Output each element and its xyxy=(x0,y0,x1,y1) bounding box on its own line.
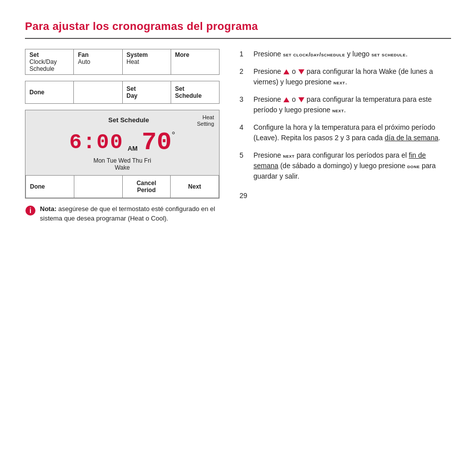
cancel-period-label: CancelPeriod xyxy=(137,180,156,194)
set-schedule-label: Set Schedule xyxy=(60,116,197,127)
set-sched-label1: Set xyxy=(175,85,202,92)
set-day-label1: Set xyxy=(127,85,138,92)
right-column: 1 Presione set clock/day/schedule y lueg… xyxy=(239,49,451,200)
step-num-3: 3 xyxy=(239,94,248,105)
arrow-down-3 xyxy=(298,97,304,102)
menu-clockday-label: Clock/Day xyxy=(29,58,57,65)
degree-symbol: ° xyxy=(172,130,175,141)
dia-semana-link: día de la semana xyxy=(385,134,438,142)
step-1: 1 Presione set clock/day/schedule y lueg… xyxy=(239,49,451,59)
arrow-up-2 xyxy=(283,69,289,74)
page-number: 29 xyxy=(239,192,451,200)
temp-display: 70 xyxy=(142,130,172,155)
step-text-1: Presione set clock/day/schedule y luego … xyxy=(253,49,451,59)
step-num-1: 1 xyxy=(239,49,248,59)
arrow-down-2 xyxy=(298,69,304,74)
title-divider xyxy=(25,38,451,39)
menu-set-label: Set xyxy=(29,51,57,58)
left-column: Set Clock/Day Schedule Fan Auto System H… xyxy=(25,49,220,223)
heat-label: Heat xyxy=(203,114,214,120)
instructions-list: 1 Presione set clock/day/schedule y lueg… xyxy=(239,49,451,182)
setting-label: Setting xyxy=(197,121,214,127)
step-text-5: Presione next para configurar los períod… xyxy=(253,150,451,182)
content-area: Set Clock/Day Schedule Fan Auto System H… xyxy=(25,49,451,223)
step-text-2: Presione o para configurar la hora Wake … xyxy=(253,66,451,87)
step-2: 2 Presione o para configurar la hora Wak… xyxy=(239,66,451,87)
bot-cancel-period: CancelPeriod xyxy=(123,176,171,198)
step-4: 4 Configure la hora y la temperatura par… xyxy=(239,122,451,143)
menu-schedule-label: Schedule xyxy=(29,65,57,72)
note-section: i Nota: asegúrese de que el termostato e… xyxy=(25,205,220,223)
note-body: asegúrese de que el termostato esté conf… xyxy=(40,205,215,222)
menu-system-label: System xyxy=(127,51,148,58)
step-num-4: 4 xyxy=(239,122,248,133)
menu-fan-label: Fan xyxy=(78,51,90,58)
arrow-up-3 xyxy=(283,97,289,102)
am-label: AM xyxy=(128,145,138,152)
key-next-5: next xyxy=(283,153,294,159)
bot-done-label: Done xyxy=(30,183,45,190)
menu-cell-set: Set Clock/Day Schedule xyxy=(25,49,74,74)
schedule-content: Set Schedule Heat Setting 6:00 AM 70° Mo… xyxy=(25,110,219,175)
step-text-3: Presione o para configurar la temperatur… xyxy=(253,94,451,115)
done-bar: Done Set Day Set Schedule xyxy=(25,81,220,104)
bot-next: Next xyxy=(171,176,219,198)
done-label: Done xyxy=(29,89,44,96)
note-text: Nota: asegúrese de que el termostato est… xyxy=(40,205,220,223)
key-set-clock: set clock/day/schedule xyxy=(283,51,345,57)
schedule-wake: Wake xyxy=(25,164,219,174)
schedule-days: Mon Tue Wed Thu Fri xyxy=(25,156,219,164)
menu-more-label: More xyxy=(175,51,190,58)
step-num-5: 5 xyxy=(239,150,248,161)
schedule-time-row: 6:00 AM 70° xyxy=(25,127,219,156)
set-sched-label2: Schedule xyxy=(175,92,202,99)
fin-semana-link: fin de semana xyxy=(253,151,426,170)
step-num-2: 2 xyxy=(239,66,248,77)
set-day-label2: Day xyxy=(127,92,138,99)
heat-setting-label: Heat Setting xyxy=(197,114,214,127)
menu-cell-more: More xyxy=(171,49,219,74)
step-5: 5 Presione next para configurar los perí… xyxy=(239,150,451,182)
bottom-bar: Done CancelPeriod Next xyxy=(25,175,219,198)
bot-empty xyxy=(74,176,123,198)
note-bold: Nota: xyxy=(40,205,56,213)
key-next-2: next xyxy=(333,79,345,85)
svg-text:i: i xyxy=(29,207,31,215)
key-set-schedule: set schedule xyxy=(371,51,406,57)
step-3: 3 Presione o para configurar la temperat… xyxy=(239,94,451,115)
done-cell-setschedule: Set Schedule xyxy=(171,81,219,103)
done-cell-setday: Set Day xyxy=(123,81,171,103)
schedule-header: Set Schedule Heat Setting xyxy=(25,112,219,127)
schedule-panel: Set Schedule Heat Setting 6:00 AM 70° Mo… xyxy=(25,110,220,199)
info-icon: i xyxy=(25,205,36,216)
menu-bar: Set Clock/Day Schedule Fan Auto System H… xyxy=(25,49,220,75)
menu-cell-fan: Fan Auto xyxy=(74,49,122,74)
key-next-3: next xyxy=(332,107,344,113)
menu-cell-system: System Heat xyxy=(123,49,171,74)
time-display: 6:00 xyxy=(69,132,124,153)
next-label: Next xyxy=(188,183,201,190)
bot-done: Done xyxy=(26,176,74,198)
menu-heat-label: Heat xyxy=(127,58,148,65)
menu-auto-label: Auto xyxy=(78,58,90,65)
page-title: Para ajustar los cronogramas del program… xyxy=(25,20,451,33)
key-done-5: done xyxy=(407,163,420,169)
done-cell-empty xyxy=(74,81,122,103)
step-text-4: Configure la hora y la temperatura para … xyxy=(253,122,451,143)
done-cell-done: Done xyxy=(25,81,74,103)
